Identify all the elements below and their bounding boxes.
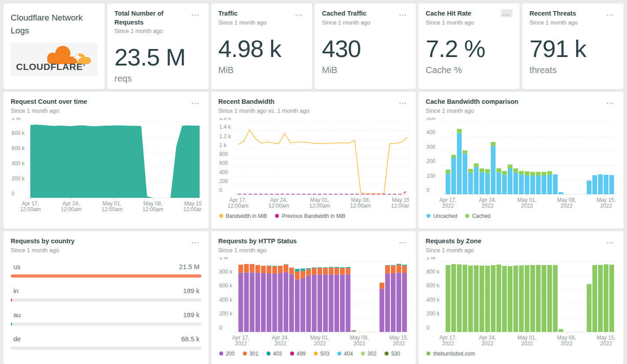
svg-text:1.4 k: 1.4 k (219, 124, 231, 130)
svg-text:400 k: 400 k (426, 296, 440, 303)
country-label: au (13, 311, 21, 319)
svg-text:1 M: 1 M (426, 257, 435, 261)
svg-text:May 01,: May 01, (518, 335, 537, 341)
svg-text:0: 0 (219, 187, 222, 193)
requests-by-http-status-card: Requests by HTTP Status Since 1 month ag… (211, 231, 416, 364)
svg-text:2022: 2022 (353, 340, 365, 347)
legend-item[interactable]: 530 (385, 351, 400, 357)
legend-item[interactable]: 200 (219, 351, 235, 357)
svg-text:12:00am: 12:00am (391, 203, 409, 209)
legend-item[interactable]: Cached (465, 213, 490, 219)
svg-text:200 k: 200 k (219, 311, 233, 317)
legend-dot-icon (465, 214, 469, 218)
legend-label: 301 (250, 351, 258, 357)
chart-subtitle: Since 1 month ago (11, 247, 74, 254)
legend-item[interactable]: Bandwidth in MiB (219, 213, 267, 219)
card-menu-button[interactable]: ... (190, 9, 201, 17)
country-bar-track (11, 274, 201, 278)
legend-item[interactable]: Uncached (426, 213, 457, 219)
request-count-card: Request Count over time Since 1 month ag… (4, 92, 209, 229)
chart-legend: 200301403499503404302530526524 (218, 351, 409, 364)
card-menu-button[interactable]: ... (501, 9, 512, 17)
legend-label: 302 (368, 351, 377, 357)
stat-subtitle: Since 1 month ago (529, 19, 578, 26)
svg-text:300: 300 (426, 143, 435, 150)
country-row-au[interactable]: au 189 k (11, 311, 201, 326)
legend-item[interactable]: 404 (337, 351, 353, 357)
country-row-in[interactable]: in 189 k (11, 287, 201, 302)
svg-text:May 08,: May 08, (350, 335, 369, 341)
stat-subtitle: Since 1 month ago (322, 19, 370, 26)
legend-dot-icon (385, 352, 389, 356)
card-menu-button[interactable]: ... (190, 237, 201, 245)
card-menu-button[interactable]: ... (398, 98, 409, 106)
svg-text:Apr 17,: Apr 17, (439, 197, 457, 203)
chart-title: Requests by country (11, 237, 74, 246)
svg-text:Apr 24,: Apr 24, (479, 197, 496, 203)
country-bar-fill (11, 323, 12, 326)
country-row-de[interactable]: de 68.5 k (11, 335, 201, 350)
svg-text:Apr 24,: Apr 24, (270, 197, 287, 203)
card-menu-button[interactable]: ... (398, 9, 409, 17)
stat-title: Recent Threats (529, 9, 578, 18)
legend-dot-icon (290, 352, 294, 356)
svg-text:400 k: 400 k (12, 160, 25, 167)
svg-text:Apr 24,: Apr 24, (62, 200, 80, 207)
card-menu-button[interactable]: ... (190, 98, 201, 106)
card-menu-button[interactable]: ... (605, 98, 616, 106)
request-count-chart[interactable]: 1 M800 k600 k400 k200 k0Apr 17,12:00amAp… (11, 118, 201, 216)
cloudflare-wordmark: CLOUDFLARE® (16, 61, 86, 72)
cache-bandwidth-chart[interactable]: 5004003002001000Apr 17,2022Apr 24,2022Ma… (426, 118, 616, 212)
card-menu-button[interactable]: ... (398, 237, 409, 245)
legend-item[interactable]: theburritobot.com (426, 351, 475, 357)
legend-item[interactable]: 499 (290, 351, 306, 357)
legend-item[interactable]: 302 (361, 351, 377, 357)
svg-text:2022: 2022 (482, 340, 494, 347)
svg-text:800 k: 800 k (426, 268, 440, 274)
stat-title: Total Number of Requests (115, 9, 190, 27)
country-bar-track (11, 299, 201, 302)
legend-dot-icon (275, 214, 279, 218)
svg-text:May 08,: May 08, (143, 200, 163, 207)
card-menu-button[interactable]: ... (605, 9, 616, 17)
country-label: in (13, 287, 19, 294)
legend-dot-icon (361, 352, 365, 356)
stat-value: 791 k (529, 35, 616, 62)
card-menu-button[interactable]: ... (294, 9, 305, 17)
legend-dot-icon (314, 352, 318, 356)
country-bar-fill (11, 299, 12, 302)
stat-unit: MiB (218, 65, 305, 75)
chart-row-2: Requests by country Since 1 month ago ..… (4, 231, 623, 364)
recent-bandwidth-chart[interactable]: 1.6 k1.4 k1.2 k1 k8006004002000Apr 17,12… (218, 118, 409, 212)
svg-text:Apr 24,: Apr 24, (479, 335, 496, 341)
legend-item[interactable]: 403 (266, 351, 282, 357)
svg-text:800 k: 800 k (219, 268, 233, 274)
svg-text:Apr 17,: Apr 17, (229, 197, 246, 203)
stat-value: 7.2 % (426, 35, 512, 62)
svg-text:100: 100 (426, 172, 435, 179)
legend-label: Uncached (433, 213, 457, 219)
country-row-us[interactable]: us 21.5 M (11, 263, 201, 278)
svg-text:1 k: 1 k (219, 142, 227, 148)
legend-item[interactable]: 503 (314, 351, 329, 357)
dashboard-title-card: Cloudflare Network Logs CLOUDFLARE® (4, 4, 105, 89)
svg-text:May 08,: May 08, (557, 335, 576, 341)
registered-mark: ® (83, 63, 86, 67)
legend-dot-icon (426, 214, 430, 218)
legend-label: 530 (391, 351, 400, 357)
legend-item[interactable]: 301 (243, 351, 258, 357)
legend-item[interactable]: Previous Bandwidth in MiB (275, 213, 345, 219)
card-menu-button[interactable]: ... (605, 237, 616, 245)
country-label: de (13, 335, 21, 343)
zone-chart[interactable]: 1 M800 k600 k400 k200 k0Apr 17,2022Apr 2… (426, 257, 616, 350)
chart-subtitle: Since 1 month ago vs. 1 month ago (218, 107, 310, 114)
svg-text:2022: 2022 (274, 340, 286, 347)
country-bar-track (11, 323, 201, 326)
country-value: 189 k (183, 311, 200, 319)
http-status-chart[interactable]: 1 M800 k600 k400 k200 k0Apr 17,2022Apr 2… (218, 257, 409, 350)
legend-label: 499 (297, 351, 306, 357)
chart-subtitle: Since 1 month ago (11, 107, 87, 114)
svg-text:600: 600 (219, 160, 228, 166)
svg-text:2022: 2022 (561, 203, 573, 209)
svg-text:1 M: 1 M (219, 257, 228, 261)
